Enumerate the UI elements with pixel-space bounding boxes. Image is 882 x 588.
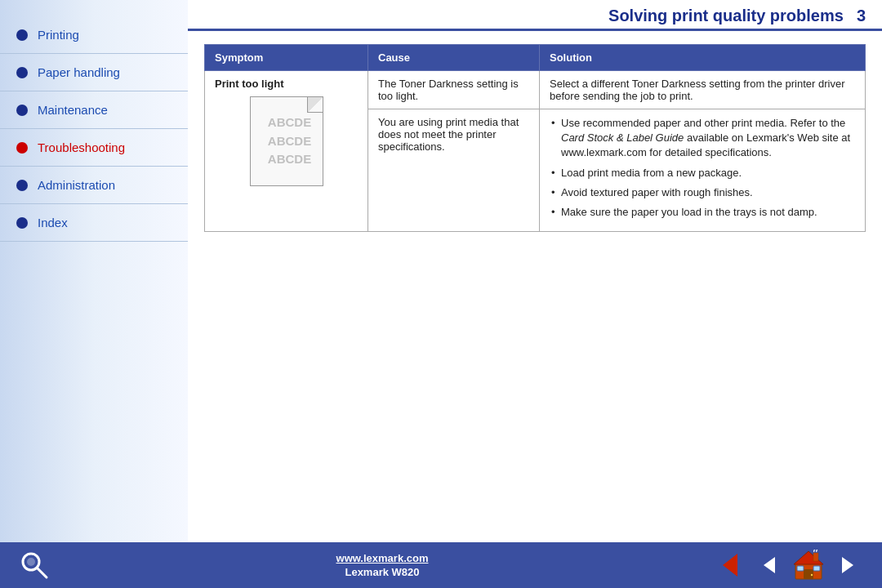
sidebar-item-troubleshooting[interactable]: Troubleshooting xyxy=(0,129,188,167)
footer: www.lexmark.com Lexmark W820 xyxy=(0,542,882,588)
sidebar-item-administration[interactable]: Administration xyxy=(0,167,188,204)
content-area: Solving print quality problems 3 Symptom… xyxy=(188,0,882,542)
cause-cell-1: The Toner Darkness setting is too light. xyxy=(368,71,540,109)
home-button[interactable] xyxy=(791,547,826,583)
svg-rect-9 xyxy=(813,553,818,561)
sidebar-label-maintenance: Maintenance xyxy=(38,103,108,117)
col-header-symptom: Symptom xyxy=(205,45,368,71)
arrow-right-small-icon xyxy=(842,557,853,573)
footer-product: Lexmark W820 xyxy=(345,566,419,578)
svg-point-8 xyxy=(811,574,813,576)
bullet-maintenance xyxy=(16,105,28,116)
search-button[interactable] xyxy=(16,547,52,583)
prev-button[interactable] xyxy=(712,547,748,583)
main-layout: Printing Paper handling Maintenance Trou… xyxy=(0,0,882,542)
solution-cell-1: Select a different Toner Darkness settin… xyxy=(540,71,866,109)
table-row: Print too light ABCDEABCDEABCDE The Tone… xyxy=(205,71,866,109)
svg-rect-6 xyxy=(797,566,804,571)
sidebar-label-index: Index xyxy=(38,216,68,229)
cause-text-2: You are using print media that does not … xyxy=(378,116,519,153)
col-header-cause: Cause xyxy=(368,45,540,71)
page-number: 3 xyxy=(857,7,866,25)
sidebar-item-paper-handling[interactable]: Paper handling xyxy=(0,54,188,91)
footer-nav xyxy=(712,547,866,583)
bullet-paper-handling xyxy=(16,67,28,78)
sidebar-item-index[interactable]: Index xyxy=(0,204,188,242)
sidebar: Printing Paper handling Maintenance Trou… xyxy=(0,0,188,542)
symptom-label: Print too light xyxy=(215,78,358,90)
solution-item-2-text: Use recommended paper and other print me… xyxy=(561,117,850,158)
footer-url[interactable]: www.lexmark.com xyxy=(52,552,712,564)
bullet-index xyxy=(16,217,28,229)
sidebar-item-printing[interactable]: Printing xyxy=(0,16,188,54)
next-small-button[interactable] xyxy=(830,547,866,583)
bullet-administration xyxy=(16,180,28,191)
solution-item-3: Load print media from a new package. xyxy=(550,166,855,180)
sidebar-label-troubleshooting: Troubleshooting xyxy=(38,140,125,154)
sidebar-item-maintenance[interactable]: Maintenance xyxy=(0,91,188,129)
solution-item-4-text: Avoid textured paper with rough finishes… xyxy=(561,186,753,198)
solution-text-1: Select a different Toner Darkness settin… xyxy=(550,78,845,102)
solution-item-2: Use recommended paper and other print me… xyxy=(550,116,855,161)
solution-item-5-text: Make sure the paper you load in the tray… xyxy=(561,206,817,218)
footer-left xyxy=(16,547,52,583)
doc-illustration: ABCDEABCDEABCDE xyxy=(250,96,323,186)
cause-cell-2: You are using print media that does not … xyxy=(368,109,540,232)
sidebar-label-printing: Printing xyxy=(38,28,79,42)
arrow-left-icon xyxy=(723,554,737,577)
doc-text: ABCDEABCDEABCDE xyxy=(261,114,311,169)
solution-item-5: Make sure the paper you load in the tray… xyxy=(550,205,855,220)
table-container: Symptom Cause Solution Print too light A… xyxy=(188,31,882,542)
problems-table: Symptom Cause Solution Print too light A… xyxy=(204,44,866,232)
solution-cell-2: Use recommended paper and other print me… xyxy=(540,109,866,232)
page-title: Solving print quality problems xyxy=(608,7,844,25)
symptom-cell: Print too light ABCDEABCDEABCDE xyxy=(205,71,368,232)
page-header: Solving print quality problems 3 xyxy=(188,0,882,31)
bullet-troubleshooting xyxy=(16,142,28,154)
svg-rect-7 xyxy=(813,566,820,571)
solution-item-4: Avoid textured paper with rough finishes… xyxy=(550,185,855,200)
prev-small-button[interactable] xyxy=(751,547,787,583)
col-header-solution: Solution xyxy=(540,45,866,71)
solution-item-3-text: Load print media from a new package. xyxy=(561,167,742,179)
bullet-printing xyxy=(16,29,28,41)
cause-text-1: The Toner Darkness setting is too light. xyxy=(378,78,519,102)
home-icon xyxy=(792,550,825,581)
svg-point-2 xyxy=(27,558,35,566)
search-icon xyxy=(19,550,50,581)
svg-line-1 xyxy=(37,568,47,577)
solution-list: Use recommended paper and other print me… xyxy=(550,116,855,220)
sidebar-label-paper-handling: Paper handling xyxy=(38,65,120,79)
arrow-left-small-icon xyxy=(764,557,775,573)
footer-center: www.lexmark.com Lexmark W820 xyxy=(52,552,712,578)
svg-marker-4 xyxy=(794,551,823,564)
sidebar-label-administration: Administration xyxy=(38,178,115,192)
